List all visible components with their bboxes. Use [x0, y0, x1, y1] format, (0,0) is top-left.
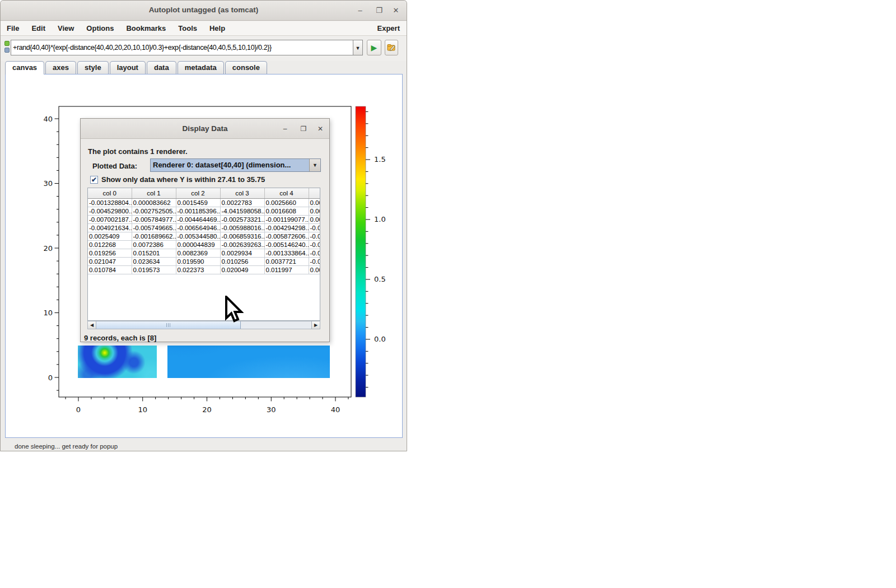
- inspect-uri-button[interactable]: [385, 40, 398, 55]
- table-cell[interactable]: -4.041598058...: [220, 207, 264, 215]
- table-cell[interactable]: 0.021047: [88, 257, 132, 265]
- scrollbar-thumb[interactable]: [96, 321, 241, 329]
- table-cell[interactable]: 0.00: [309, 198, 320, 207]
- table-cell[interactable]: -0.006564946...: [176, 223, 220, 232]
- tab-data[interactable]: data: [147, 61, 176, 74]
- table-cell[interactable]: 0.022373: [176, 265, 220, 274]
- table-cell[interactable]: 0.00: [309, 215, 320, 223]
- expert-toggle[interactable]: Expert: [377, 24, 400, 32]
- table-cell[interactable]: -0.002573321...: [220, 215, 264, 223]
- tab-axes[interactable]: axes: [45, 61, 76, 74]
- tab-style[interactable]: style: [77, 61, 109, 74]
- table-row[interactable]: -0.007002187...-0.005784977...-0.0044644…: [88, 215, 320, 223]
- table-cell[interactable]: -0.001199077...: [264, 215, 309, 223]
- table-cell[interactable]: 0.0022783: [220, 198, 264, 207]
- table-cell[interactable]: 0.0025660: [264, 198, 309, 207]
- table-cell[interactable]: -0.002752505...: [132, 207, 176, 215]
- table-cell[interactable]: -0.004464469...: [176, 215, 220, 223]
- scroll-left-icon[interactable]: ◀: [88, 321, 96, 329]
- table-cell[interactable]: -0.005784977...: [132, 215, 176, 223]
- window-titlebar[interactable]: Autoplot untagged (as tomcat) – ❐ ✕: [1, 1, 407, 21]
- table-cell[interactable]: 0.00: [309, 207, 320, 215]
- table-cell[interactable]: -0.0: [309, 232, 320, 240]
- go-plot-button[interactable]: ▶: [367, 40, 381, 55]
- table-cell[interactable]: 0.012268: [88, 240, 132, 249]
- table-cell[interactable]: 0.0015459: [176, 198, 220, 207]
- table-row[interactable]: 0.0210470.0236340.0195900.0102560.003772…: [88, 257, 320, 265]
- table-cell[interactable]: -0.001689662...: [132, 232, 176, 240]
- tab-canvas[interactable]: canvas: [5, 61, 44, 74]
- table-cell[interactable]: 0.0082369: [176, 249, 220, 257]
- table-row[interactable]: -0.004529800...-0.002752505...-0.0011853…: [88, 207, 320, 215]
- horizontal-scrollbar[interactable]: ◀ ▶: [87, 321, 320, 329]
- table-cell[interactable]: -0.004529800...: [88, 207, 132, 215]
- table-cell[interactable]: 0.023634: [132, 257, 176, 265]
- table-row[interactable]: 0.0025409-0.001689662...-0.005344580...-…: [88, 232, 320, 240]
- table-cell[interactable]: 0.0037721: [264, 257, 309, 265]
- table-cell[interactable]: -0.005872606...: [264, 232, 309, 240]
- menu-file[interactable]: File: [1, 21, 25, 36]
- menu-bookmarks[interactable]: Bookmarks: [120, 21, 172, 36]
- dialog-close-icon[interactable]: ✕: [314, 123, 326, 135]
- table-cell[interactable]: 0.019256: [88, 249, 132, 257]
- dialog-minimize-icon[interactable]: –: [279, 123, 291, 135]
- filter-checkbox[interactable]: ✔: [90, 176, 98, 184]
- table-cell[interactable]: -0.006859316...: [220, 232, 264, 240]
- column-header[interactable]: col 0: [88, 188, 132, 198]
- table-cell[interactable]: -0.0: [309, 240, 320, 249]
- table-cell[interactable]: -0.001333864...: [264, 249, 309, 257]
- plotted-data-combobox[interactable]: Renderer 0: dataset[40,40] (dimension...…: [150, 158, 321, 172]
- menu-view[interactable]: View: [52, 21, 80, 36]
- table-cell[interactable]: -0.002639263...: [220, 240, 264, 249]
- table-cell[interactable]: -0.007002187...: [88, 215, 132, 223]
- column-header[interactable]: col 1: [132, 188, 176, 198]
- table-cell[interactable]: 0.000044839: [176, 240, 220, 249]
- minimize-icon[interactable]: –: [354, 4, 366, 17]
- table-cell[interactable]: -0.004294298...: [264, 223, 309, 232]
- table-cell[interactable]: -0.0: [309, 249, 320, 257]
- table-row[interactable]: 0.0192560.0152010.00823690.0029934-0.001…: [88, 249, 320, 257]
- table-cell[interactable]: 0.020049: [220, 265, 264, 274]
- column-header[interactable]: col 4: [264, 188, 309, 198]
- table-cell[interactable]: 0.0025409: [88, 232, 132, 240]
- colorbar[interactable]: [356, 106, 366, 397]
- scrollbar-track[interactable]: [241, 321, 311, 329]
- table-cell[interactable]: -0.0: [309, 257, 320, 265]
- tab-layout[interactable]: layout: [110, 61, 146, 74]
- dialog-titlebar[interactable]: Display Data – ❐ ✕: [81, 119, 329, 139]
- column-header[interactable]: col 2: [176, 188, 220, 198]
- tab-console[interactable]: console: [225, 61, 267, 74]
- table-cell[interactable]: -0.005344580...: [176, 232, 220, 240]
- table-cell[interactable]: -0.001328804...: [88, 198, 132, 207]
- dialog-maximize-icon[interactable]: ❐: [297, 123, 310, 135]
- menu-help[interactable]: Help: [203, 21, 231, 36]
- table-cell[interactable]: 0.00: [309, 265, 320, 274]
- table-cell[interactable]: 0.010256: [220, 257, 264, 265]
- close-icon[interactable]: ✕: [390, 4, 402, 17]
- table-row[interactable]: -0.001328804...0.0000836620.00154590.002…: [88, 198, 320, 207]
- table-cell[interactable]: -0.001185396...: [176, 207, 220, 215]
- table-cell[interactable]: 0.0016608: [264, 207, 309, 215]
- address-dropdown-button[interactable]: ▼: [353, 40, 363, 55]
- table-cell[interactable]: -0.005146240...: [264, 240, 309, 249]
- address-input[interactable]: [11, 40, 353, 55]
- scroll-right-icon[interactable]: ▶: [311, 321, 320, 329]
- menu-options[interactable]: Options: [80, 21, 120, 36]
- menu-edit[interactable]: Edit: [25, 21, 52, 36]
- tab-metadata[interactable]: metadata: [178, 61, 224, 74]
- table-cell[interactable]: 0.000083662: [132, 198, 176, 207]
- table-cell[interactable]: 0.019573: [132, 265, 176, 274]
- table-cell[interactable]: 0.011997: [264, 265, 309, 274]
- table-cell[interactable]: 0.0072386: [132, 240, 176, 249]
- table-row[interactable]: 0.0122680.00723860.000044839-0.002639263…: [88, 240, 320, 249]
- table-cell[interactable]: 0.010784: [88, 265, 132, 274]
- menu-tools[interactable]: Tools: [172, 21, 203, 36]
- table-cell[interactable]: -0.0: [309, 223, 320, 232]
- table-cell[interactable]: -0.005749665...: [132, 223, 176, 232]
- table-row[interactable]: -0.004921634...-0.005749665...-0.0065649…: [88, 223, 320, 232]
- column-header[interactable]: [309, 188, 320, 198]
- table-cell[interactable]: 0.0029934: [220, 249, 264, 257]
- table-cell[interactable]: -0.005988016...: [220, 223, 264, 232]
- column-header[interactable]: col 3: [220, 188, 264, 198]
- maximize-icon[interactable]: ❐: [373, 4, 385, 17]
